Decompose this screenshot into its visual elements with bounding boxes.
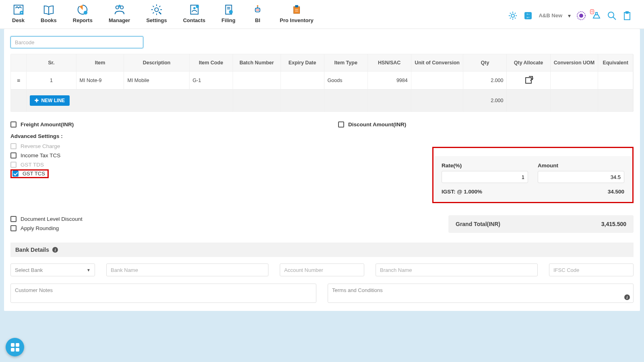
- search-icon[interactable]: [607, 11, 617, 21]
- th-qty: Qty: [463, 54, 507, 72]
- apply-rounding-checkbox[interactable]: Apply Rounding: [10, 224, 314, 233]
- nav-filing[interactable]: Filing: [221, 4, 235, 27]
- account-number-input[interactable]: [280, 263, 364, 276]
- svg-point-5: [116, 6, 119, 9]
- svg-line-33: [613, 17, 616, 20]
- total-qty: 2.000: [463, 90, 507, 112]
- nav-manager[interactable]: Manager: [109, 4, 130, 27]
- barcode-wrap: [10, 29, 634, 54]
- doc-level-discount-checkbox[interactable]: Document Level Discount: [10, 214, 314, 224]
- th-batch: Batch Number: [233, 54, 281, 72]
- cell-expiry[interactable]: [281, 72, 324, 90]
- freight-amount-checkbox[interactable]: Freight Amount(INR): [10, 120, 314, 129]
- gear-icon[interactable]: [508, 11, 518, 21]
- open-in-new-icon[interactable]: [525, 77, 532, 84]
- cell-code[interactable]: G-1: [189, 72, 233, 90]
- customer-notes-textarea[interactable]: Customer Notes: [10, 284, 316, 303]
- badge-icon[interactable]: [576, 11, 586, 21]
- row-drag-icon[interactable]: ≡: [17, 77, 20, 84]
- income-tax-tcs-checkbox[interactable]: Income Tax TCS: [10, 151, 314, 160]
- nav-filing-label: Filing: [221, 17, 235, 23]
- cell-item[interactable]: MI Note-9: [76, 72, 124, 90]
- cell-batch[interactable]: [233, 72, 281, 90]
- rate-input[interactable]: [442, 171, 528, 183]
- cell-type[interactable]: Goods: [324, 72, 367, 90]
- igst-amount: 34.500: [608, 189, 624, 195]
- nav-settings[interactable]: Settings: [146, 4, 167, 27]
- checkbox-icon[interactable]: [10, 121, 17, 128]
- cell-qty[interactable]: 2.000: [463, 72, 507, 90]
- svg-point-11: [196, 5, 199, 8]
- nav-books[interactable]: Books: [41, 4, 57, 27]
- terms-conditions-textarea[interactable]: Terms and Conditions i: [328, 284, 634, 303]
- th-hsn: HSN/SAC: [367, 54, 411, 72]
- apps-fab-button[interactable]: [6, 338, 24, 356]
- inventory-icon: [291, 4, 303, 16]
- gst-tds-checkbox: GST TDS: [10, 160, 314, 169]
- cell-cuom[interactable]: [550, 72, 598, 90]
- nav-bi-label: BI: [255, 17, 260, 23]
- nav-bi[interactable]: BI: [252, 4, 264, 27]
- cell-alloc[interactable]: [507, 72, 550, 90]
- nav-manager-label: Manager: [109, 17, 130, 23]
- barcode-input[interactable]: [10, 36, 143, 48]
- top-nav: + Desk Books Reports Manager Settings Co…: [0, 0, 644, 29]
- items-table: Sr. Item Description Item Code Batch Num…: [10, 54, 634, 112]
- info-icon[interactable]: i: [624, 294, 630, 300]
- checkbox-icon: [10, 143, 17, 149]
- checkbox-icon[interactable]: [338, 121, 344, 128]
- svg-point-4: [84, 11, 87, 14]
- branch-name-input[interactable]: [376, 263, 538, 276]
- new-line-button[interactable]: ✚NEW LINE: [30, 95, 70, 106]
- org-name[interactable]: A&B New: [539, 12, 562, 19]
- checkbox-icon: [10, 162, 17, 168]
- cell-equiv[interactable]: [598, 72, 633, 90]
- table-header: Sr. Item Description Item Code Batch Num…: [11, 54, 633, 72]
- bank-details-title: Bank Details: [15, 247, 49, 253]
- advanced-settings-title: Advanced Settings :: [10, 129, 314, 142]
- rate-label: Rate(%): [442, 162, 528, 169]
- info-icon[interactable]: i: [52, 247, 58, 253]
- checkbox-checked-icon[interactable]: [12, 171, 19, 177]
- nav-items: + Desk Books Reports Manager Settings Co…: [12, 4, 314, 27]
- nav-contacts[interactable]: Contacts: [183, 4, 206, 27]
- customer-notes-placeholder: Customer Notes: [15, 287, 53, 293]
- notification-icon[interactable]: 0: [592, 11, 601, 21]
- svg-point-18: [258, 10, 259, 11]
- notification-count: 0: [590, 9, 594, 14]
- select-bank-dropdown[interactable]: Select Bank ▼: [10, 263, 95, 276]
- cell-uoc[interactable]: [411, 72, 463, 90]
- income-tax-tcs-label: Income Tax TCS: [21, 152, 60, 158]
- svg-point-25: [511, 14, 514, 17]
- th-code: Item Code: [189, 54, 233, 72]
- th-sr: Sr.: [27, 54, 76, 72]
- plus-icon: ✚: [35, 98, 39, 103]
- grand-total-value: 3,415.500: [601, 221, 626, 227]
- th-cuom: Conversion UOM: [550, 54, 598, 72]
- reports-icon: [76, 4, 89, 16]
- checkbox-icon[interactable]: [10, 152, 17, 158]
- nav-settings-label: Settings: [146, 17, 167, 23]
- gst-tcs-highlight: GST TCS: [10, 169, 49, 178]
- amount-input[interactable]: [538, 171, 624, 183]
- checkbox-icon[interactable]: [10, 216, 17, 222]
- bank-details-section: Bank Details i Select Bank ▼ Customer No…: [10, 243, 634, 303]
- cell-hsn[interactable]: 9984: [367, 72, 411, 90]
- chevron-down-icon[interactable]: ▾: [568, 12, 571, 19]
- calculator-icon[interactable]: +−×÷: [523, 11, 533, 21]
- clipboard-icon[interactable]: [622, 11, 632, 21]
- discount-amount-checkbox[interactable]: Discount Amount(INR): [338, 120, 406, 129]
- checkbox-icon[interactable]: [10, 225, 17, 231]
- table-row[interactable]: ≡ 1 MI Note-9 MI Mobile G-1 Goods 9984 2…: [11, 72, 633, 90]
- nav-reports[interactable]: Reports: [73, 4, 93, 27]
- nav-contacts-label: Contacts: [183, 17, 206, 23]
- nav-proinventory[interactable]: Pro Inventory: [280, 4, 314, 27]
- cell-desc[interactable]: MI Mobile: [124, 72, 189, 90]
- svg-point-30: [579, 14, 583, 18]
- bank-name-input[interactable]: [106, 263, 268, 276]
- nav-desk[interactable]: + Desk: [12, 4, 25, 27]
- ifsc-code-input[interactable]: [549, 263, 634, 276]
- svg-rect-21: [293, 7, 299, 14]
- caret-down-icon: ▼: [87, 268, 91, 272]
- gst-tds-label: GST TDS: [21, 162, 44, 168]
